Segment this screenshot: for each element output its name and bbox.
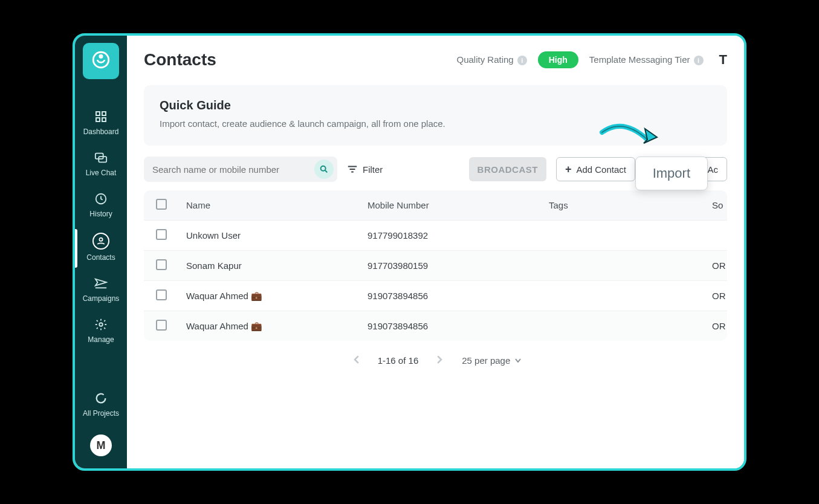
add-contact-button[interactable]: + Add Contact — [556, 157, 635, 181]
next-page-button[interactable] — [434, 352, 446, 369]
filter-icon — [347, 164, 358, 174]
select-all-checkbox[interactable] — [156, 199, 167, 210]
sidebar: Dashboard Live Chat History Contacts Cam — [75, 36, 127, 468]
contacts-icon — [92, 233, 109, 250]
cell-name: Waquar Ahmed 💼 — [186, 321, 367, 332]
search-input[interactable] — [152, 164, 314, 175]
svg-rect-5 — [102, 118, 106, 121]
chevron-left-icon — [352, 355, 360, 364]
col-tags: Tags — [549, 200, 712, 210]
plus-icon: + — [565, 163, 572, 176]
avatar[interactable]: M — [90, 435, 112, 456]
quick-guide-card: Quick Guide Import contact, create audie… — [144, 85, 727, 146]
topbar: Contacts Quality Ratingi High Template M… — [127, 36, 744, 82]
cell-mobile: 919073894856 — [367, 321, 549, 331]
svg-point-10 — [99, 323, 103, 326]
search-wrap — [144, 157, 337, 182]
sidebar-item-manage[interactable]: Manage — [75, 311, 127, 352]
row-checkbox[interactable] — [156, 259, 167, 270]
cell-name: Sonam Kapur — [186, 260, 367, 271]
svg-point-1 — [100, 55, 102, 57]
add-contact-label: Add Contact — [576, 164, 626, 175]
quick-guide-title: Quick Guide — [160, 99, 711, 112]
sidebar-item-campaigns[interactable]: Campaigns — [75, 270, 127, 311]
contacts-table: Name Mobile Number Tags So Unkown User 9… — [144, 190, 727, 341]
phone-icon — [91, 50, 111, 73]
info-icon[interactable]: i — [694, 56, 704, 65]
sidebar-item-label: History — [89, 210, 112, 218]
main-content: Contacts Quality Ratingi High Template M… — [127, 36, 744, 468]
sidebar-item-history[interactable]: History — [75, 186, 127, 227]
row-checkbox[interactable] — [156, 320, 167, 331]
cell-source: OR — [712, 291, 727, 301]
broadcast-button: BROADCAST — [469, 157, 546, 181]
row-checkbox[interactable] — [156, 289, 167, 300]
filter-button[interactable]: Filter — [347, 164, 383, 175]
page-title: Contacts — [144, 50, 445, 69]
col-name: Name — [186, 200, 367, 210]
table-row[interactable]: Waquar Ahmed 💼 919073894856 OR — [144, 280, 727, 311]
sidebar-item-contacts[interactable]: Contacts — [75, 227, 127, 270]
sidebar-item-label: Contacts — [86, 253, 115, 262]
sidebar-item-label: Live Chat — [86, 169, 117, 177]
chevron-down-icon — [515, 358, 521, 363]
grid-icon — [94, 109, 108, 124]
cell-name: Unkown User — [186, 230, 367, 241]
sidebar-item-all-projects[interactable]: All Projects — [75, 385, 127, 426]
gear-icon — [94, 317, 108, 332]
app-frame: Dashboard Live Chat History Contacts Cam — [73, 33, 746, 471]
sidebar-item-dashboard[interactable]: Dashboard — [75, 103, 127, 144]
svg-rect-2 — [96, 112, 100, 115]
chevron-right-icon — [436, 355, 444, 364]
row-checkbox[interactable] — [156, 229, 167, 240]
cell-mobile: 917799018392 — [367, 230, 549, 241]
svg-point-11 — [321, 166, 326, 171]
quality-rating-badge: High — [538, 51, 578, 68]
cell-mobile: 917703980159 — [367, 260, 549, 271]
pagination: 1-16 of 16 25 per page — [127, 341, 744, 369]
prev-page-button[interactable] — [350, 352, 362, 369]
col-mobile: Mobile Number — [367, 200, 549, 210]
refresh-icon — [94, 391, 108, 405]
sidebar-item-label: All Projects — [83, 409, 119, 418]
svg-rect-4 — [96, 118, 100, 121]
sidebar-item-live-chat[interactable]: Live Chat — [75, 144, 127, 186]
sidebar-item-label: Campaigns — [83, 294, 120, 303]
chat-icon — [94, 150, 108, 165]
plane-icon — [94, 276, 108, 291]
cell-name: Waquar Ahmed 💼 — [186, 291, 367, 302]
search-icon — [319, 164, 329, 174]
cell-source: OR — [712, 321, 727, 331]
cell-mobile: 919073894856 — [367, 291, 549, 301]
svg-point-9 — [99, 238, 102, 241]
quick-guide-subtitle: Import contact, create audience & launch… — [160, 118, 711, 129]
app-logo[interactable] — [83, 43, 119, 79]
table-header: Name Mobile Number Tags So — [144, 190, 727, 220]
avatar-letter: M — [97, 439, 106, 452]
table-row[interactable]: Unkown User 917799018392 — [144, 220, 727, 250]
per-page-label: 25 per page — [462, 355, 510, 366]
sidebar-item-label: Manage — [88, 335, 114, 344]
template-tier-label: Template Messaging Tieri — [589, 54, 704, 65]
tier-value-partial: T — [719, 52, 727, 68]
col-source-partial: So — [712, 200, 727, 210]
sidebar-item-label: Dashboard — [83, 128, 119, 136]
page-range: 1-16 of 16 — [378, 355, 419, 366]
history-icon — [94, 192, 108, 206]
per-page-select[interactable]: 25 per page — [462, 355, 521, 366]
search-button[interactable] — [314, 160, 334, 179]
table-row[interactable]: Sonam Kapur 917703980159 OR — [144, 250, 727, 280]
table-row[interactable]: Waquar Ahmed 💼 919073894856 OR — [144, 311, 727, 341]
info-icon[interactable]: i — [517, 56, 527, 65]
callout-import-button[interactable]: Import — [635, 157, 708, 190]
cell-source: OR — [712, 260, 727, 271]
svg-rect-3 — [102, 112, 106, 115]
quality-rating-label: Quality Ratingi — [456, 54, 526, 65]
filter-label: Filter — [363, 164, 383, 175]
